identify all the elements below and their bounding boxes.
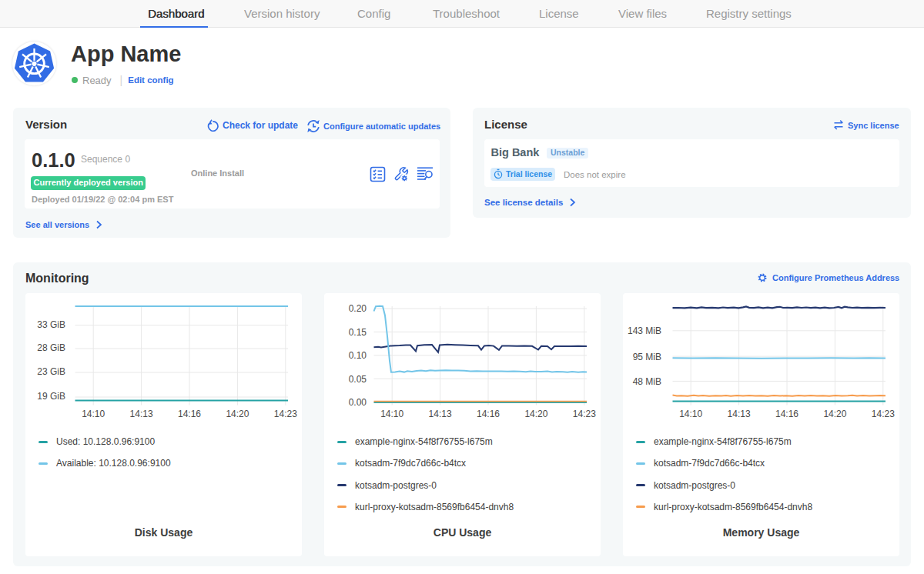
- svg-text:14:20: 14:20: [823, 409, 846, 419]
- svg-text:14:20: 14:20: [524, 409, 547, 419]
- svg-text:14:10: 14:10: [82, 409, 105, 419]
- svg-text:14:10: 14:10: [679, 409, 702, 419]
- svg-text:0.20: 0.20: [349, 303, 367, 314]
- svg-text:33 GiB: 33 GiB: [37, 319, 65, 330]
- svg-text:23 GiB: 23 GiB: [37, 366, 65, 377]
- svg-text:28 GiB: 28 GiB: [37, 342, 65, 353]
- svg-text:14:16: 14:16: [477, 409, 500, 419]
- svg-text:14:23: 14:23: [872, 409, 895, 419]
- svg-text:14:13: 14:13: [429, 409, 452, 419]
- svg-text:14:23: 14:23: [573, 409, 596, 419]
- svg-text:14:13: 14:13: [130, 409, 153, 419]
- svg-text:143 MiB: 143 MiB: [628, 325, 661, 336]
- svg-text:0.15: 0.15: [349, 327, 367, 338]
- svg-text:14:16: 14:16: [178, 409, 201, 419]
- svg-text:48 MiB: 48 MiB: [633, 376, 661, 387]
- svg-text:14:23: 14:23: [274, 409, 297, 419]
- svg-text:14:13: 14:13: [728, 409, 751, 419]
- svg-text:14:16: 14:16: [775, 409, 798, 419]
- svg-text:95 MiB: 95 MiB: [633, 352, 661, 362]
- svg-text:0.10: 0.10: [349, 350, 367, 361]
- svg-text:14:10: 14:10: [380, 409, 403, 419]
- svg-text:14:20: 14:20: [226, 409, 249, 419]
- svg-text:0.00: 0.00: [349, 397, 367, 408]
- svg-text:0.05: 0.05: [349, 374, 367, 385]
- svg-text:19 GiB: 19 GiB: [37, 391, 65, 402]
